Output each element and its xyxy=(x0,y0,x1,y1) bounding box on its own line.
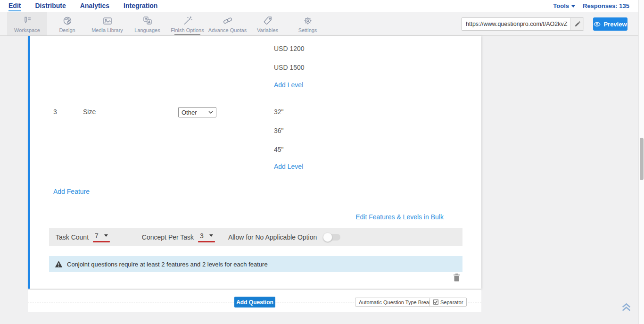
auto-question-type-break-button[interactable]: Automatic Question Type Break xyxy=(355,298,436,307)
nav-tab-integration[interactable]: Integration xyxy=(124,2,157,10)
chevron-down-icon xyxy=(571,5,575,8)
scroll-to-top-button[interactable] xyxy=(620,300,633,315)
checkbox-checked-icon xyxy=(433,299,438,305)
double-chevron-up-icon xyxy=(620,300,633,313)
chevron-down-icon xyxy=(104,234,108,237)
toolbar-item-advance-quotas[interactable]: Advance Quotas xyxy=(207,12,248,35)
feature-type-select[interactable]: Other xyxy=(178,107,216,117)
survey-url-field[interactable]: https://www.questionpro.com/t/AO2kvZ xyxy=(461,17,584,31)
toolbar-item-design[interactable]: Design xyxy=(47,12,87,35)
toolbar-item-media-library[interactable]: Media Library xyxy=(87,12,127,35)
warning-icon xyxy=(55,260,63,268)
survey-url-value: https://www.questionpro.com/t/AO2kvZ xyxy=(462,21,570,27)
variables-tag-icon xyxy=(262,15,273,26)
level-item[interactable]: USD 1500 xyxy=(274,64,305,71)
toolbar-item-finish-options[interactable]: Finish Options xyxy=(167,12,207,35)
media-library-icon xyxy=(102,15,113,26)
conjoint-options-bar: Task Count 7 Concept Per Task 3 Allow fo… xyxy=(49,228,462,246)
task-count-error-underline xyxy=(93,241,110,242)
level-item[interactable]: USD 1200 xyxy=(274,45,305,52)
task-count-value: 7 xyxy=(95,232,99,240)
nav-tab-edit[interactable]: Edit xyxy=(8,2,21,11)
tools-dropdown[interactable]: Tools xyxy=(553,2,575,9)
concept-per-task-label: Concept Per Task xyxy=(142,233,194,241)
separator-checkbox-control[interactable]: Separator xyxy=(429,298,467,307)
add-level-link-size[interactable]: Add Level xyxy=(274,163,303,170)
responses-count[interactable]: Responses: 135 xyxy=(583,2,629,9)
design-palette-icon xyxy=(62,15,73,26)
trash-icon xyxy=(453,273,460,282)
separator-label: Separator xyxy=(440,299,463,305)
pencil-icon xyxy=(574,21,580,27)
scrollbar-track[interactable] xyxy=(638,0,644,324)
concept-per-task-error-underline xyxy=(198,241,215,242)
auto-break-label: Automatic Question Type Break xyxy=(359,299,432,305)
delete-question-button[interactable] xyxy=(453,273,460,283)
feature-name[interactable]: Size xyxy=(83,108,96,116)
add-question-button[interactable]: Add Question xyxy=(234,297,275,307)
settings-gear-icon xyxy=(302,15,314,26)
tools-label: Tools xyxy=(553,2,569,9)
feature-type-selected-value: Other xyxy=(182,109,197,116)
add-question-strip: Add Question Automatic Question Type Bre… xyxy=(28,289,481,312)
nav-tab-analytics[interactable]: Analytics xyxy=(80,2,109,10)
chevron-down-icon xyxy=(209,234,213,237)
top-navigation: Edit Distribute Analytics Integration xyxy=(0,0,644,12)
task-count-label: Task Count xyxy=(56,233,89,241)
toolbar-item-workspace[interactable]: Workspace xyxy=(7,12,47,35)
preview-label: Preview xyxy=(603,21,627,28)
advance-quotas-links-icon xyxy=(222,15,233,26)
finish-options-underline xyxy=(174,34,200,35)
level-item[interactable]: 45" xyxy=(274,146,284,153)
toolbar-item-label: Settings xyxy=(298,27,317,33)
toggle-knob xyxy=(323,233,332,242)
eye-icon xyxy=(594,22,601,27)
languages-icon xyxy=(142,15,153,26)
level-item[interactable]: 36" xyxy=(274,127,284,134)
no-applicable-option-toggle[interactable] xyxy=(324,234,340,241)
conjoint-warning-banner: Conjoint questions require at least 2 fe… xyxy=(49,256,462,272)
conjoint-question-card: USD 1200 USD 1500 Add Level 3 Size Other… xyxy=(28,36,481,289)
nav-tab-distribute[interactable]: Distribute xyxy=(35,2,66,10)
select-chevron-icon xyxy=(208,111,213,114)
task-count-dropdown[interactable]: 7 xyxy=(93,232,110,242)
warning-text: Conjoint questions require at least 2 fe… xyxy=(67,261,268,268)
level-item[interactable]: 32" xyxy=(274,108,284,116)
no-applicable-option-label: Allow for No Applicable Option xyxy=(228,233,317,241)
toolbar-item-variables[interactable]: Variables xyxy=(248,12,288,35)
toolbar-item-label: Finish Options xyxy=(171,27,204,33)
preview-button[interactable]: Preview xyxy=(593,17,627,31)
toolbar-item-label: Advance Quotas xyxy=(208,27,247,33)
toolbar-item-settings[interactable]: Settings xyxy=(288,12,328,35)
screen: Edit Distribute Analytics Integration To… xyxy=(0,0,644,324)
add-level-link-price[interactable]: Add Level xyxy=(274,81,303,89)
toolbar-item-label: Media Library xyxy=(91,27,123,33)
concept-per-task-dropdown[interactable]: 3 xyxy=(198,232,215,242)
add-feature-link[interactable]: Add Feature xyxy=(53,188,90,195)
edit-url-button[interactable] xyxy=(570,18,584,30)
top-header: Edit Distribute Analytics Integration To… xyxy=(0,0,644,12)
bulk-edit-link[interactable]: Edit Features & Levels in Bulk xyxy=(355,213,444,221)
toolbar-item-label: Workspace xyxy=(14,27,40,33)
workspace-icon xyxy=(22,15,33,26)
concept-per-task-value: 3 xyxy=(200,232,204,240)
scrollbar-thumb[interactable] xyxy=(640,138,644,180)
finish-options-wand-icon xyxy=(182,15,193,26)
toolbar-item-label: Design xyxy=(59,27,75,33)
editor-toolbar: Workspace Design Media Library Langu xyxy=(0,12,644,36)
feature-number: 3 xyxy=(53,108,57,116)
toolbar-item-label: Variables xyxy=(257,27,278,33)
toolbar-item-languages[interactable]: Languages xyxy=(127,12,167,35)
toolbar-item-label: Languages xyxy=(134,27,160,33)
